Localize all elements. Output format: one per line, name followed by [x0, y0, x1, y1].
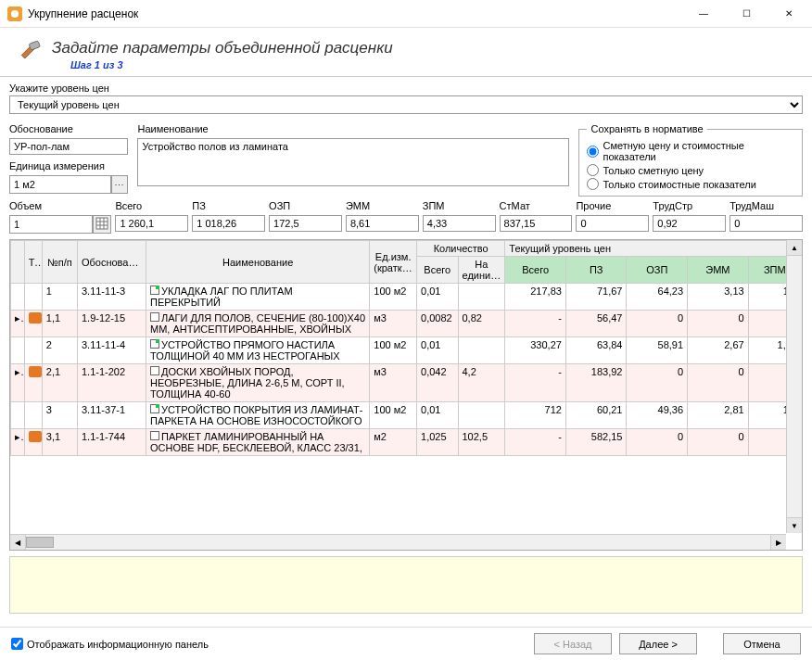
scroll-left-arrow[interactable]: ◀ [10, 535, 26, 550]
status-flag-green-icon [150, 286, 159, 295]
hammer-icon [17, 39, 43, 65]
th-p-pz[interactable]: ПЗ [565, 257, 627, 284]
total-col-2-input[interactable] [269, 215, 342, 232]
hscroll-thumb[interactable] [26, 537, 54, 548]
save-normative-group: Сохранять в нормативе Сметную цену и сто… [578, 123, 803, 197]
total-col-4-input[interactable] [423, 215, 496, 232]
unit-input[interactable] [9, 175, 111, 194]
save-opt-2-label: Только стоимостные показатели [603, 179, 755, 190]
unit-label: Единица измерения [9, 160, 128, 171]
show-info-panel-checkbox[interactable] [11, 638, 23, 650]
status-flag-grey-icon [150, 431, 159, 440]
status-flag-green-icon [150, 339, 159, 349]
th-unit[interactable]: Ед.изм. (краткая) [370, 241, 417, 284]
th-npp[interactable]: №п/п [42, 241, 77, 284]
total-col-3-label: ЭММ [346, 200, 419, 211]
status-flag-grey-icon [150, 312, 159, 322]
table-row[interactable]: ▸3,11.1-1-744ПАРКЕТ ЛАМИНИРОВАННЫЙ НА ОС… [11, 429, 802, 456]
total-col-0-label: Всего [115, 200, 188, 211]
total-col-7-label: ТрудСтр [653, 200, 726, 211]
total-col-7-input[interactable] [653, 215, 726, 232]
grid-vscrollbar[interactable]: ▲ ▼ [786, 240, 802, 533]
maximize-button[interactable]: ☐ [725, 0, 768, 28]
status-flag-green-icon [150, 404, 159, 413]
save-opt-1-radio[interactable] [587, 164, 599, 176]
grid-icon [95, 217, 108, 230]
table-row[interactable]: 23.11-11-4УСТРОЙСТВО ПРЯМОГО НАСТИЛА ТОЛ… [11, 337, 802, 364]
total-col-5-label: СтМат [500, 200, 573, 211]
titlebar: Укрупнение расценок ― ☐ ✕ [0, 0, 812, 28]
total-col-6-label: Прочие [576, 200, 649, 211]
scroll-down-arrow[interactable]: ▼ [787, 517, 802, 533]
th-p-total[interactable]: Всего [505, 257, 566, 284]
minimize-button[interactable]: ― [682, 0, 725, 28]
material-icon [29, 366, 42, 377]
save-opt-2-radio[interactable] [587, 178, 599, 190]
basis-label: Обоснование [9, 123, 128, 134]
wizard-title: Задайте параметры объединенной расценки [52, 39, 393, 57]
basis-input[interactable] [9, 138, 128, 155]
th-name[interactable]: Наименование [146, 241, 370, 284]
th-qty-per[interactable]: На единицу [458, 257, 505, 284]
th-basis[interactable]: Обоснование [77, 241, 146, 284]
grid-hscrollbar[interactable]: ◀ ▶ [10, 534, 786, 550]
save-opt-0-label: Сметную цену и стоимостные показатели [603, 140, 794, 162]
cancel-button[interactable]: Отмена [723, 633, 801, 654]
total-col-3-input[interactable] [346, 215, 419, 232]
back-button[interactable]: < Назад [534, 633, 612, 654]
th-price[interactable]: Текущий уровень цен [505, 241, 802, 257]
total-col-4-label: ЗПМ [423, 200, 496, 211]
total-col-6-input[interactable] [576, 215, 649, 232]
total-col-5-input[interactable] [500, 215, 573, 232]
svg-rect-1 [96, 218, 108, 229]
price-level-label: Укажите уровень цен [9, 82, 803, 94]
material-icon [29, 431, 42, 442]
scroll-up-arrow[interactable]: ▲ [787, 240, 802, 256]
wizard-footer: Отображать информационную панель < Назад… [0, 627, 812, 660]
save-normative-legend: Сохранять в нормативе [587, 123, 706, 134]
save-opt-1-label: Только сметную цену [603, 165, 704, 176]
name-label: Наименование [137, 123, 569, 134]
th-qty-total[interactable]: Всего [417, 257, 458, 284]
save-opt-0-radio[interactable] [587, 146, 599, 158]
total-col-2-label: ОЗП [269, 200, 342, 211]
th-ti[interactable]: Ти [24, 241, 42, 284]
table-row[interactable]: 13.11-11-3УКЛАДКА ЛАГ ПО ПЛИТАМ ПЕРЕКРЫТ… [11, 284, 802, 311]
next-button[interactable]: Далее > [619, 633, 697, 654]
wizard-header: Задайте параметры объединенной расценки … [0, 28, 812, 77]
name-textarea[interactable]: Устройство полов из ламината [137, 138, 569, 186]
total-col-1-label: ПЗ [192, 200, 265, 211]
close-button[interactable]: ✕ [768, 0, 810, 28]
table-row[interactable]: ▸1,11.9-12-15ЛАГИ ДЛЯ ПОЛОВ, СЕЧЕНИЕ (80… [11, 311, 802, 337]
th-qty[interactable]: Количество [417, 241, 505, 257]
th-p-emm[interactable]: ЭММ [688, 257, 749, 284]
volume-label: Объем [9, 200, 111, 211]
volume-input[interactable] [9, 215, 93, 234]
unit-picker-button[interactable]: ··· [111, 175, 128, 194]
table-row[interactable]: 33.11-37-1УСТРОЙСТВО ПОКРЫТИЯ ИЗ ЛАМИНАТ… [11, 402, 802, 429]
window-title: Укрупнение расценок [28, 7, 682, 20]
status-flag-grey-icon [150, 366, 159, 375]
wizard-step: Шаг 1 из 3 [70, 59, 393, 70]
total-col-8-label: ТрудМаш [730, 200, 803, 211]
price-level-select[interactable]: Текущий уровень цен [9, 95, 803, 114]
volume-calendar-button[interactable] [93, 215, 111, 234]
info-panel [9, 556, 803, 614]
rates-grid[interactable]: Ти №п/п Обоснование Наименование Ед.изм.… [9, 239, 803, 551]
scroll-right-arrow[interactable]: ▶ [770, 535, 786, 550]
app-icon [7, 6, 22, 21]
material-icon [29, 312, 42, 324]
table-row[interactable]: ▸2,11.1-1-202ДОСКИ ХВОЙНЫХ ПОРОД, НЕОБРЕ… [11, 364, 802, 402]
svg-rect-0 [29, 41, 40, 50]
total-col-0-input[interactable] [115, 215, 188, 232]
total-col-8-input[interactable] [730, 215, 803, 232]
th-p-ozp[interactable]: ОЗП [627, 257, 688, 284]
total-col-1-input[interactable] [192, 215, 265, 232]
show-info-panel-label: Отображать информационную панель [27, 639, 209, 650]
